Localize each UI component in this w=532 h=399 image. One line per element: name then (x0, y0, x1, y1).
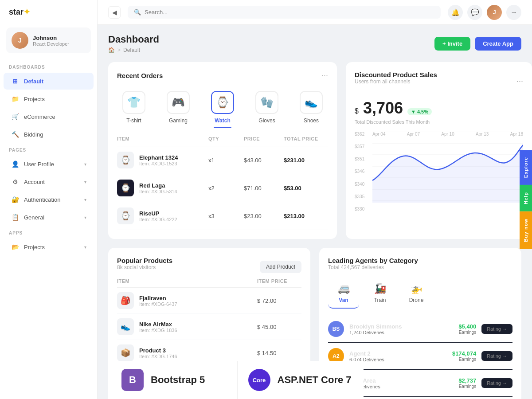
breadcrumb-current: Default (123, 47, 140, 53)
leading-agents-header: Leading Agents by Category Total 424,567… (328, 257, 512, 277)
arrow-right-icon[interactable]: → (506, 5, 521, 20)
user-profile-card[interactable]: J Johnson React Developer (6, 27, 91, 53)
bootstrap-banner: B Bootstrap 5 (111, 361, 238, 399)
drone-icon: 🚁 (411, 283, 422, 294)
tab-watch[interactable]: ⌚ Watch (206, 87, 239, 127)
chevron-down-icon: ▾ (84, 162, 86, 167)
sidebar-item-label: Default (24, 78, 43, 85)
tab-shoes[interactable]: 👟 Shoes (294, 87, 328, 127)
clipboard-icon: 📋 (11, 213, 20, 222)
agent-tab-train[interactable]: 🚂 Train (364, 278, 395, 309)
collapse-sidebar-button[interactable]: ◀ (108, 6, 121, 19)
sales-card-header: Discounted Product Sales Users from all … (355, 71, 523, 92)
agent-deliveries: 1,240 Deliveries (349, 330, 402, 335)
gloves-icon: 🧤 (255, 91, 278, 114)
create-app-button[interactable]: Create App (475, 37, 521, 51)
table-row: ⌚ Red Laga Item: #XDG-5314 x2 $71.00 $53… (117, 174, 328, 202)
sidebar-item-user-profile[interactable]: 👤 User Profile ▾ (4, 156, 94, 172)
product-price: $ 72.00 (257, 297, 301, 304)
notification-icon[interactable]: 🔔 (448, 5, 463, 20)
order-tabs: 👕 T-shirt 🎮 Gaming ⌚ Watch 🧤 Gloves (117, 87, 328, 127)
sidebar-item-ecommerce[interactable]: 🛒 eCommerce (4, 108, 94, 125)
agent-tabs: 🚐 Van 🚂 Train 🚁 Drone (328, 278, 512, 309)
sidebar-item-account[interactable]: ⚙ Account ▾ (4, 173, 94, 190)
rating-button[interactable]: Rating → (481, 378, 512, 388)
y-label-1: $362 (355, 132, 364, 137)
asp-title: ASP.NET Core 7 (278, 374, 352, 386)
sidebar-item-default[interactable]: ⊞ Default (4, 73, 94, 90)
page-header: Dashboard 🏠 > Default + Invite Create Ap… (108, 34, 521, 53)
y-label-7: $330 (355, 207, 364, 211)
item-info: 👟 Nike AirMax Item: #XDG-1836 (117, 318, 257, 335)
agent-tab-drone[interactable]: 🚁 Drone (401, 278, 432, 309)
product-image: 📦 (117, 344, 134, 361)
sidebar: star✦ J Johnson React Developer DASHBOAR… (0, 0, 98, 399)
lock-icon: 🔐 (11, 195, 20, 204)
item-price: $71.00 (244, 185, 284, 192)
train-icon: 🚂 (374, 283, 386, 294)
more-options-icon[interactable]: ··· (321, 71, 328, 80)
agent-tab-train-label: Train (374, 297, 386, 303)
overlay-banners: B Bootstrap 5 Core ASP.NET Core 7 (111, 361, 364, 399)
item-price: $23.00 (244, 213, 284, 219)
item-info: ⌚ Red Laga Item: #XDG-5314 (117, 180, 208, 196)
hammer-icon: 🔨 (11, 130, 20, 139)
search-input[interactable] (145, 9, 233, 16)
leading-agents-title: Leading Agents by Category (328, 257, 418, 264)
sidebar-item-bidding[interactable]: 🔨 Bidding (4, 126, 94, 143)
agent-name: Agent 2 (349, 350, 384, 357)
tab-watch-label: Watch (215, 117, 231, 124)
agent-tab-drone-label: Drone (409, 297, 424, 303)
sales-amount: $ 3,706 ▼ 4.5% (355, 99, 523, 117)
item-info: ⌚ RiseUP Item: #XDG-4222 (117, 207, 208, 224)
tab-gaming[interactable]: 🎮 Gaming (161, 87, 195, 127)
product-row: 👟 Nike AirMax Item: #XDG-1836 $ 45.00 (117, 314, 301, 340)
explore-button[interactable]: Explore (520, 150, 532, 185)
tab-tshirt[interactable]: 👕 T-shirt (117, 87, 151, 127)
sales-subtitle: Users from all channels (355, 78, 437, 85)
sidebar-item-projects[interactable]: 📁 Projects (4, 90, 94, 107)
item-image: ⌚ (117, 207, 134, 224)
item-name: RiseUP (139, 210, 177, 217)
product-name: Fjallraven (139, 295, 177, 301)
rating-button[interactable]: Rating → (481, 324, 512, 334)
sidebar-item-general[interactable]: 📋 General ▾ (4, 209, 94, 226)
topbar-avatar[interactable]: J (487, 5, 502, 20)
agent-name: Brooklyn Simmons (349, 323, 402, 330)
folder-open-icon: 📂 (11, 243, 20, 251)
invite-button[interactable]: + Invite (434, 37, 470, 51)
logo: star✦ (0, 0, 97, 24)
tab-gloves[interactable]: 🧤 Gloves (250, 87, 284, 127)
chevron-down-icon: ▾ (84, 197, 86, 202)
recent-orders-title: Recent Orders (117, 72, 163, 79)
col-price: PRICE (244, 136, 284, 141)
popular-products-subtitle: 8k social visitors (117, 264, 172, 270)
sidebar-item-label: Bidding (24, 131, 43, 138)
user-name: Johnson (33, 35, 69, 41)
sales-chart: $362 $357 $351 $346 $340 $335 $330 (355, 132, 523, 211)
sales-menu-icon[interactable]: ··· (516, 77, 523, 86)
sidebar-item-apps-projects[interactable]: 📂 Projects ▾ (4, 239, 94, 255)
avatar: J (12, 32, 28, 49)
help-button[interactable]: Help (520, 185, 532, 211)
item-qty: x1 (208, 157, 244, 164)
add-product-button[interactable]: Add Product (260, 261, 301, 273)
page-title-area: Dashboard 🏠 > Default (108, 34, 159, 53)
search-icon: 🔍 (134, 9, 141, 16)
dashboards-label: DASHBOARDS (0, 60, 97, 72)
buy-now-button[interactable]: Buy now (520, 211, 532, 249)
page-title: Dashboard (108, 34, 159, 45)
main-content: ◀ 🔍 🔔 💬 J → Dashboard 🏠 > Default + In (98, 0, 532, 399)
message-icon[interactable]: 💬 (467, 5, 482, 20)
y-label-2: $357 (355, 144, 364, 149)
item-total: $231.00 (284, 157, 328, 164)
rating-button[interactable]: Rating → (481, 351, 512, 361)
sidebar-item-label: Authentication (24, 196, 60, 203)
agent-tab-van[interactable]: 🚐 Van (328, 278, 359, 309)
topbar: ◀ 🔍 🔔 💬 J → (98, 0, 532, 25)
watch-icon: ⌚ (211, 91, 234, 114)
sidebar-item-authentication[interactable]: 🔐 Authentication ▾ (4, 191, 94, 208)
content-area: Dashboard 🏠 > Default + Invite Create Ap… (98, 25, 532, 399)
pages-label: PAGES (0, 143, 97, 155)
sidebar-item-label: General (24, 214, 44, 221)
